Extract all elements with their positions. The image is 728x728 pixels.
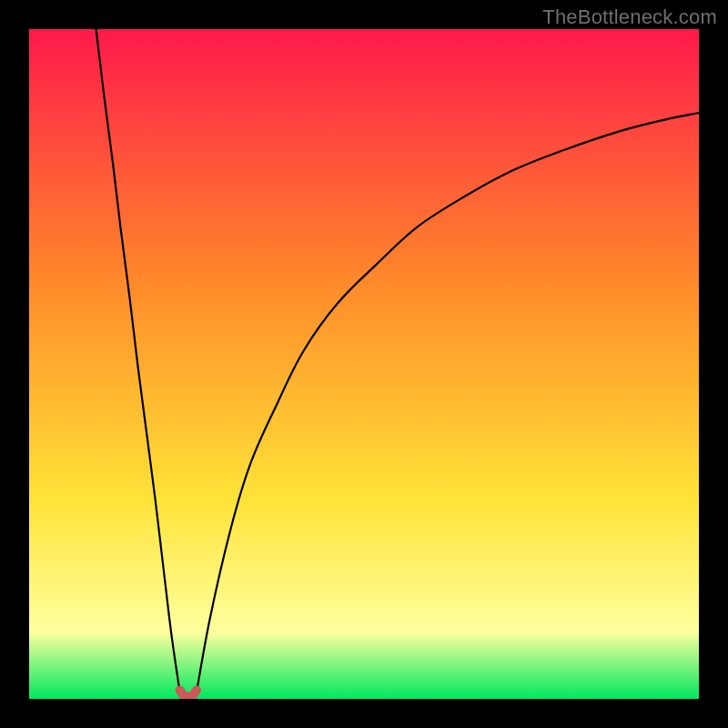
gradient-background (29, 29, 699, 699)
chart-frame: TheBottleneck.com (0, 0, 728, 728)
plot-area (29, 29, 699, 699)
bottleneck-curve-chart (29, 29, 699, 699)
watermark-text: TheBottleneck.com (542, 5, 717, 29)
